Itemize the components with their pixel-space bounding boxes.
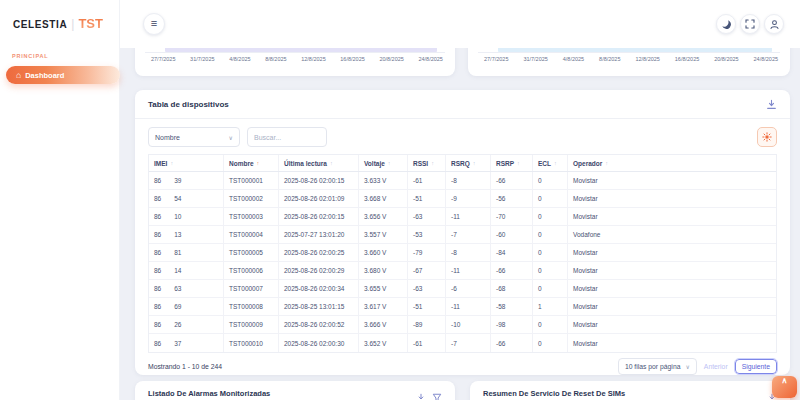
- table-cell: 0: [533, 226, 568, 243]
- gear-icon: [762, 132, 772, 142]
- table-row[interactable]: 8614TST0000062025-08-26 02:00:293.680 V-…: [149, 262, 776, 280]
- table-cell: TST000008: [224, 298, 279, 315]
- table-row[interactable]: 8610TST0000032025-08-26 02:00:153.656 V-…: [149, 208, 776, 226]
- card-title: Listado De Alarmas Monitorizadas: [148, 389, 270, 398]
- table-row[interactable]: 8669TST0000082025-08-25 13:01:153.617 V-…: [149, 298, 776, 316]
- rows-per-page-select[interactable]: 10 filas por página ∨: [618, 358, 697, 375]
- previous-page-button[interactable]: Anterior: [704, 363, 728, 370]
- column-header[interactable]: IMEI↑: [149, 155, 224, 171]
- table-cell: 0: [533, 280, 568, 297]
- table-cell: Vodafone: [568, 226, 776, 243]
- device-table-header: IMEI↑Nombre↑Última lectura↑Voltaje↑RSSI↑…: [149, 155, 776, 172]
- table-cell: -66: [491, 172, 533, 189]
- table-cell: 2025-08-26 02:00:15: [279, 172, 359, 189]
- column-header[interactable]: Operador↑: [568, 155, 776, 171]
- chart-x-axis: 27/7/202531/7/20254/8/20258/8/202512/8/2…: [145, 53, 445, 62]
- sim-reset-card: Resumen De Servicio De Reset De SIMs: [470, 381, 790, 400]
- table-row[interactable]: 8654TST0000022025-08-26 02:01:093.668 V-…: [149, 190, 776, 208]
- download-button[interactable]: [766, 99, 777, 110]
- column-header[interactable]: RSSI↑: [408, 155, 446, 171]
- table-cell: -58: [491, 298, 533, 315]
- next-page-button[interactable]: Siguiente: [735, 359, 777, 374]
- search-input[interactable]: [247, 127, 327, 147]
- chevron-down-icon: ∨: [685, 363, 689, 370]
- table-cell: -10: [446, 316, 491, 333]
- table-cell: TST000006: [224, 262, 279, 279]
- table-cell: TST000004: [224, 226, 279, 243]
- table-cell: 2025-07-27 13:01:20: [279, 226, 359, 243]
- table-cell: -51: [408, 190, 446, 207]
- table-row[interactable]: 8681TST0000052025-08-26 02:00:253.660 V-…: [149, 244, 776, 262]
- menu-toggle-button[interactable]: ≡: [143, 13, 165, 35]
- imei-cell: 8669: [149, 298, 224, 315]
- imei-cell: 8681: [149, 244, 224, 261]
- table-cell: -66: [491, 262, 533, 279]
- table-cell: Movistar: [568, 298, 776, 315]
- column-header[interactable]: Nombre↑: [224, 155, 279, 171]
- fullscreen-icon: [745, 19, 755, 29]
- funnel-icon: [432, 393, 442, 400]
- card-title: Resumen De Servicio De Reset De SIMs: [483, 389, 625, 398]
- table-cell: TST000009: [224, 316, 279, 333]
- table-cell: Movistar: [568, 262, 776, 279]
- card-title: Tabla de dispositivos: [148, 100, 229, 109]
- sidebar: CELESTIA | TST PRINCIPAL ⌂ Dashboard: [0, 0, 120, 400]
- table-cell: 0: [533, 262, 568, 279]
- dark-mode-button[interactable]: [716, 14, 736, 34]
- table-cell: -63: [408, 280, 446, 297]
- x-axis-tick: 16/8/2025: [675, 56, 699, 62]
- x-axis-tick: 31/7/2025: [523, 56, 547, 62]
- sidebar-item-dashboard[interactable]: ⌂ Dashboard: [6, 66, 120, 84]
- column-header[interactable]: ECL↑: [533, 155, 568, 171]
- device-table-card: Tabla de dispositivos Nombre ∨: [135, 90, 790, 375]
- table-row[interactable]: 8613TST0000042025-07-27 13:01:203.557 V-…: [149, 226, 776, 244]
- scroll-to-top-button[interactable]: ∧: [772, 376, 797, 398]
- table-cell: Movistar: [568, 172, 776, 189]
- table-cell: Movistar: [568, 280, 776, 297]
- fullscreen-button[interactable]: [740, 14, 760, 34]
- chevron-down-icon: ∨: [229, 134, 233, 141]
- user-button[interactable]: [764, 14, 784, 34]
- table-row[interactable]: 8639TST0000012025-08-26 02:00:153.633 V-…: [149, 172, 776, 190]
- table-row[interactable]: 8663TST0000072025-08-26 02:00:343.655 V-…: [149, 280, 776, 298]
- topbar-actions: [716, 14, 784, 34]
- column-header[interactable]: RSRQ↑: [446, 155, 491, 171]
- table-cell: 0: [533, 334, 568, 352]
- filter-field-select[interactable]: Nombre ∨: [148, 127, 240, 147]
- table-cell: 2025-08-26 02:00:25: [279, 244, 359, 261]
- sort-arrow-icon: ↑: [257, 160, 260, 166]
- sort-arrow-icon: ↑: [330, 160, 333, 166]
- imei-cell: 8637: [149, 334, 224, 352]
- imei-cell: 8626: [149, 316, 224, 333]
- table-cell: TST000002: [224, 190, 279, 207]
- table-cell: 2025-08-26 02:00:30: [279, 334, 359, 352]
- table-cell: -60: [491, 226, 533, 243]
- device-table-body: 8639TST0000012025-08-26 02:00:153.633 V-…: [149, 172, 776, 352]
- filter-field-value: Nombre: [155, 134, 180, 141]
- x-axis-tick: 8/8/2025: [599, 56, 620, 62]
- topbar: ≡: [120, 0, 800, 48]
- table-cell: -89: [408, 316, 446, 333]
- table-cell: Movistar: [568, 190, 776, 207]
- filter-settings-button[interactable]: [757, 127, 777, 147]
- table-cell: -6: [446, 280, 491, 297]
- column-header[interactable]: Voltaje↑: [359, 155, 408, 171]
- x-axis-tick: 12/8/2025: [301, 56, 325, 62]
- download-button[interactable]: [416, 389, 426, 400]
- filter-button[interactable]: [432, 389, 442, 400]
- column-header[interactable]: Última lectura↑: [279, 155, 359, 171]
- table-cell: TST000007: [224, 280, 279, 297]
- table-row[interactable]: 8626TST0000092025-08-26 02:00:523.666 V-…: [149, 316, 776, 334]
- table-cell: -70: [491, 208, 533, 225]
- column-header[interactable]: RSRP↑: [491, 155, 533, 171]
- table-row[interactable]: 8637TST0000102025-08-26 02:00:303.652 V-…: [149, 334, 776, 352]
- moon-icon: [720, 18, 731, 29]
- table-cell: 2025-08-26 02:00:15: [279, 208, 359, 225]
- brand-logo: CELESTIA | TST: [0, 0, 119, 31]
- table-cell: 2025-08-26 02:00:29: [279, 262, 359, 279]
- table-filter-row: Nombre ∨: [148, 127, 777, 147]
- device-table: IMEI↑Nombre↑Última lectura↑Voltaje↑RSSI↑…: [148, 154, 777, 353]
- user-icon: [769, 19, 780, 30]
- brand-separator: |: [71, 17, 74, 31]
- pagination-controls: 10 filas por página ∨ Anterior Siguiente: [618, 358, 777, 375]
